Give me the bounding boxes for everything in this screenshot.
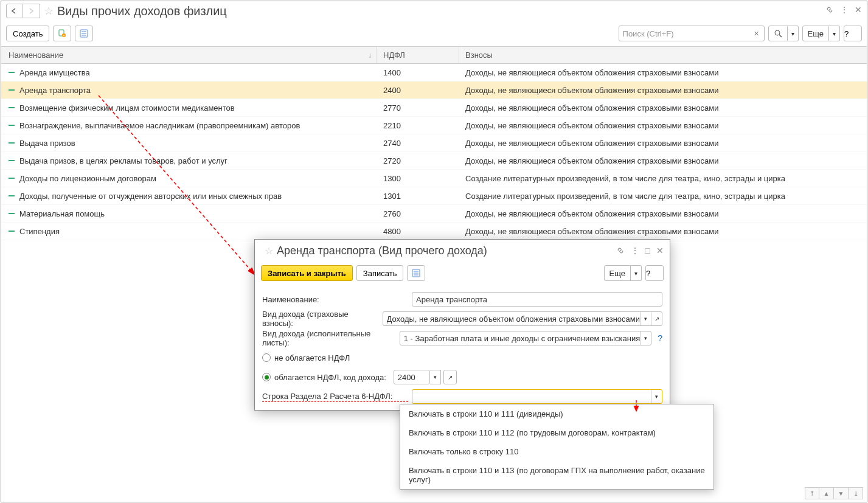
input-exec-value: 1 - Заработная плата и иные доходы с огр… — [404, 334, 640, 343]
radio-not-taxed[interactable]: не облагается НДФЛ — [262, 353, 350, 363]
create-button[interactable]: Создать — [6, 26, 49, 41]
row-ndfl: 1301 — [377, 192, 459, 201]
exec-help-icon[interactable]: ? — [658, 333, 662, 343]
input-insurance-value: Доходы, не являющиеся объектом обложения… — [387, 314, 640, 324]
row-fees: Доходы, не являющиеся объектом обложения… — [459, 103, 867, 113]
table-row[interactable]: Аренда имущества1400Доходы, не являющиес… — [1, 64, 867, 82]
popup-link-icon[interactable] — [616, 246, 625, 255]
nav-first-button[interactable]: ⤒ — [805, 487, 819, 499]
popup-more-dropdown[interactable]: ▾ — [631, 265, 642, 281]
popup-list-button[interactable] — [407, 265, 425, 281]
search-field[interactable] — [623, 29, 752, 38]
row-fees: Доходы, не являющиеся объектом обложения… — [459, 121, 867, 130]
column-fees[interactable]: Взносы — [459, 47, 867, 63]
radio-taxed[interactable]: облагается НДФЛ, код дохода: — [262, 373, 386, 382]
row-marker-icon — [9, 107, 15, 108]
copy-page-icon: + — [58, 29, 66, 38]
radio-not-taxed-label: не облагается НДФЛ — [274, 353, 350, 363]
label-name: Наименование: — [262, 295, 408, 304]
row-marker-icon — [9, 178, 15, 179]
kebab-menu-icon[interactable]: ⋮ — [840, 5, 849, 15]
row-ndfl: 2770 — [377, 103, 459, 113]
input-line6[interactable]: ▾ — [412, 389, 662, 404]
nav-back-button[interactable] — [6, 4, 23, 18]
svg-text:+: + — [63, 33, 65, 37]
column-ndfl[interactable]: НДФЛ — [377, 47, 459, 63]
copy-button[interactable]: + — [53, 26, 71, 41]
save-close-button[interactable]: Записать и закрыть — [261, 265, 353, 281]
dropdown-option[interactable]: Включать в строки 110 и 111 (дивиденды) — [400, 404, 713, 423]
search-input[interactable]: ✕ — [619, 26, 765, 41]
magnifier-icon — [774, 29, 782, 38]
table-row[interactable]: Аренда транспорта2400Доходы, не являющие… — [1, 82, 867, 99]
popup-favorite-star-icon[interactable]: ☆ — [265, 245, 273, 257]
row-marker-icon — [9, 195, 15, 196]
table-row[interactable]: Выдача призов, в целях рекламы товаров, … — [1, 152, 867, 170]
popup-close-icon[interactable]: ✕ — [656, 246, 664, 255]
line6-dropdown-list: Включать в строки 110 и 111 (дивиденды)В… — [400, 404, 714, 490]
help-button[interactable]: ? — [844, 26, 862, 41]
popup-help-button[interactable]: ? — [645, 265, 664, 281]
insurance-open-icon[interactable]: ↗ — [651, 312, 662, 325]
row-ndfl: 2210 — [377, 121, 459, 130]
search-button-group: ▾ — [768, 26, 799, 41]
dropdown-option[interactable]: Включать только в строку 110 — [400, 442, 713, 461]
input-exec[interactable]: 1 - Заработная плата и иные доходы с огр… — [400, 331, 651, 345]
row-ndfl: 4800 — [377, 227, 459, 236]
more-dropdown-button[interactable]: ▾ — [829, 26, 840, 41]
row-marker-icon — [9, 231, 15, 232]
radio-off-icon — [262, 353, 271, 362]
table-body: Аренда имущества1400Доходы, не являющиес… — [1, 64, 867, 240]
row-name: Аренда имущества — [19, 68, 90, 77]
line6-dropdown-icon[interactable]: ▾ — [651, 390, 662, 403]
insurance-dropdown-icon[interactable]: ▾ — [640, 312, 651, 325]
nav-down-button[interactable]: ▼ — [834, 487, 849, 499]
exec-dropdown-icon[interactable]: ▾ — [640, 331, 651, 345]
input-insurance[interactable]: Доходы, не являющиеся объектом обложения… — [383, 311, 662, 326]
nav-up-button[interactable]: ▲ — [819, 487, 834, 499]
link-icon[interactable] — [825, 5, 834, 14]
code-dropdown-icon[interactable]: ▾ — [430, 370, 441, 384]
table-row[interactable]: Стипендия4800Доходы, не являющиеся объек… — [1, 223, 867, 240]
row-name: Аренда транспорта — [19, 86, 91, 95]
label-insurance: Вид дохода (страховые взносы): — [262, 310, 379, 328]
table-row[interactable]: Материальная помощь2760Доходы, не являющ… — [1, 205, 867, 223]
row-ndfl: 2740 — [377, 139, 459, 148]
row-name: Возмещение физическим лицам стоимости ме… — [19, 103, 235, 113]
nav-last-button[interactable]: ⤓ — [849, 487, 863, 499]
code-open-icon[interactable]: ↗ — [443, 370, 457, 384]
row-ndfl: 2720 — [377, 156, 459, 165]
toolbar: Создать + ✕ ▾ Еще ▾ ? — [1, 21, 867, 46]
row-ndfl: 2400 — [377, 86, 459, 95]
list-icon — [80, 29, 88, 38]
titlebar: ☆ Виды прочих доходов физлиц ⋮ ✕ — [1, 1, 867, 21]
close-icon[interactable]: ✕ — [855, 5, 862, 15]
search-clear-icon[interactable]: ✕ — [752, 30, 760, 38]
table-row[interactable]: Доходы, полученные от отчуждения авторск… — [1, 187, 867, 205]
more-button[interactable]: Еще — [802, 26, 829, 41]
popup-more-button[interactable]: Еще — [604, 265, 631, 281]
popup-form: Наименование: Аренда транспорта Вид дохо… — [255, 285, 670, 411]
list-button[interactable] — [75, 26, 93, 41]
table-row[interactable]: Возмещение физическим лицам стоимости ме… — [1, 99, 867, 117]
table-row[interactable]: Доходы по лицензионным договорам1300Созд… — [1, 170, 867, 187]
column-fees-label: Взносы — [465, 50, 493, 60]
dropdown-option[interactable]: Включать в строки 110 и 113 (по договора… — [400, 461, 713, 489]
column-name[interactable]: Наименование ↓ — [1, 47, 377, 63]
search-submit-button[interactable] — [768, 26, 788, 41]
save-button[interactable]: Записать — [356, 265, 404, 281]
input-code[interactable]: 2400 — [394, 370, 430, 384]
dropdown-option[interactable]: Включать в строки 110 и 112 (по трудовым… — [400, 423, 713, 442]
row-marker-icon — [9, 125, 15, 126]
row-name: Доходы, полученные от отчуждения авторск… — [19, 192, 282, 201]
nav-forward-button[interactable] — [23, 4, 40, 18]
popup-maximize-icon[interactable]: □ — [645, 246, 650, 255]
popup-toolbar: Записать и закрыть Записать Еще ▾ ? — [255, 262, 670, 285]
table-row[interactable]: Вознаграждение, выплачиваемое наследника… — [1, 117, 867, 134]
search-dropdown-button[interactable]: ▾ — [788, 26, 799, 41]
table-row[interactable]: Выдача призов2740Доходы, не являющиеся о… — [1, 134, 867, 152]
radio-taxed-label: облагается НДФЛ, код дохода: — [274, 373, 386, 382]
input-name[interactable]: Аренда транспорта — [412, 292, 662, 307]
favorite-star-icon[interactable]: ☆ — [44, 4, 54, 18]
popup-kebab-icon[interactable]: ⋮ — [631, 246, 639, 255]
